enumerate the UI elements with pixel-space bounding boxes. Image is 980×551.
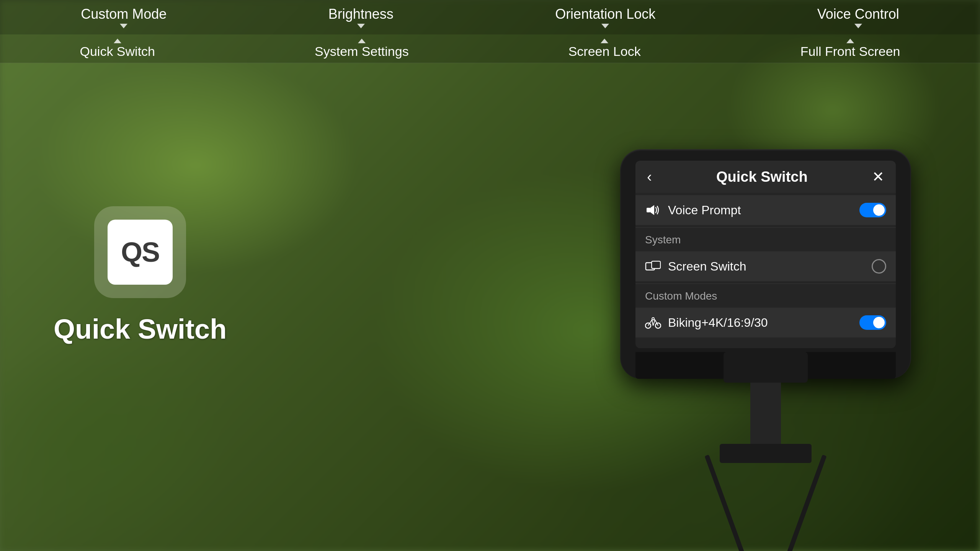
voice-control-arrow	[854, 24, 862, 28]
biking-toggle[interactable]	[859, 315, 886, 330]
bike-icon	[645, 315, 661, 330]
bottom-navigation: Quick Switch System Settings Screen Lock…	[0, 34, 980, 63]
camera-body: ‹ Quick Switch ✕	[620, 149, 911, 379]
nav-item-brightness[interactable]: Brightness	[328, 6, 394, 28]
nav-item-full-front-screen[interactable]: Full Front Screen	[800, 39, 900, 59]
qs-feature-label: Quick Switch	[54, 313, 227, 345]
voice-prompt-toggle[interactable]	[859, 203, 886, 217]
mount-middle	[750, 383, 781, 444]
custom-mode-label: Custom Mode	[81, 6, 167, 22]
close-button[interactable]: ✕	[872, 168, 884, 185]
nav-item-orientation-lock[interactable]: Orientation Lock	[555, 6, 655, 28]
voice-prompt-row[interactable]: Voice Prompt	[635, 195, 896, 225]
custom-mode-arrow	[120, 24, 127, 28]
quick-switch-label: Quick Switch	[80, 44, 155, 59]
biking-label: Biking+4K/16:9/30	[668, 316, 859, 330]
nav-item-screen-lock[interactable]: Screen Lock	[568, 39, 641, 59]
qs-icon-inner: QS	[108, 220, 173, 285]
screen-header: ‹ Quick Switch ✕	[635, 161, 896, 193]
screen-switch-row[interactable]: Screen Switch	[635, 251, 896, 281]
full-front-screen-arrow	[846, 39, 854, 43]
system-section-header: System	[635, 228, 896, 249]
full-front-screen-label: Full Front Screen	[800, 44, 900, 59]
screen-lock-label: Screen Lock	[568, 44, 641, 59]
brightness-arrow	[357, 24, 365, 28]
back-button[interactable]: ‹	[647, 169, 652, 185]
system-settings-label: System Settings	[315, 44, 409, 59]
svg-rect-0	[647, 208, 650, 212]
svg-marker-1	[650, 205, 654, 215]
mount-base	[720, 444, 812, 463]
voice-control-label: Voice Control	[817, 6, 899, 22]
screen-content: Voice Prompt System	[635, 193, 896, 348]
mount-top	[724, 352, 808, 383]
screen-title: Quick Switch	[716, 169, 808, 185]
speaker-icon	[645, 203, 661, 217]
top-navigation: Custom Mode Brightness Orientation Lock …	[0, 0, 980, 34]
screen-switch-radio[interactable]	[872, 259, 886, 274]
svg-point-7	[652, 318, 654, 320]
dual-screen-icon	[645, 259, 661, 274]
screen-switch-label: Screen Switch	[668, 259, 872, 274]
camera-device: ‹ Quick Switch ✕	[620, 149, 911, 379]
quick-switch-arrow	[114, 39, 121, 43]
system-settings-arrow	[358, 39, 366, 43]
nav-item-voice-control[interactable]: Voice Control	[817, 6, 899, 28]
divider-1	[635, 227, 896, 228]
voice-prompt-label: Voice Prompt	[668, 203, 859, 217]
orientation-lock-label: Orientation Lock	[555, 6, 655, 22]
qs-icon-box: QS	[94, 206, 186, 298]
custom-modes-section-header: Custom Modes	[635, 285, 896, 305]
camera-mount	[720, 352, 812, 463]
divider-2	[635, 284, 896, 284]
orientation-lock-arrow	[601, 24, 609, 28]
screen-lock-arrow	[601, 39, 608, 43]
qs-icon-text: QS	[121, 236, 159, 268]
biking-row[interactable]: Biking+4K/16:9/30	[635, 308, 896, 337]
svg-rect-3	[652, 261, 660, 269]
camera-screen: ‹ Quick Switch ✕	[635, 161, 896, 348]
brightness-label: Brightness	[328, 6, 394, 22]
nav-item-quick-switch[interactable]: Quick Switch	[80, 39, 155, 59]
nav-item-system-settings[interactable]: System Settings	[315, 39, 409, 59]
left-panel: QS Quick Switch	[54, 206, 227, 345]
nav-item-custom-mode[interactable]: Custom Mode	[81, 6, 167, 28]
